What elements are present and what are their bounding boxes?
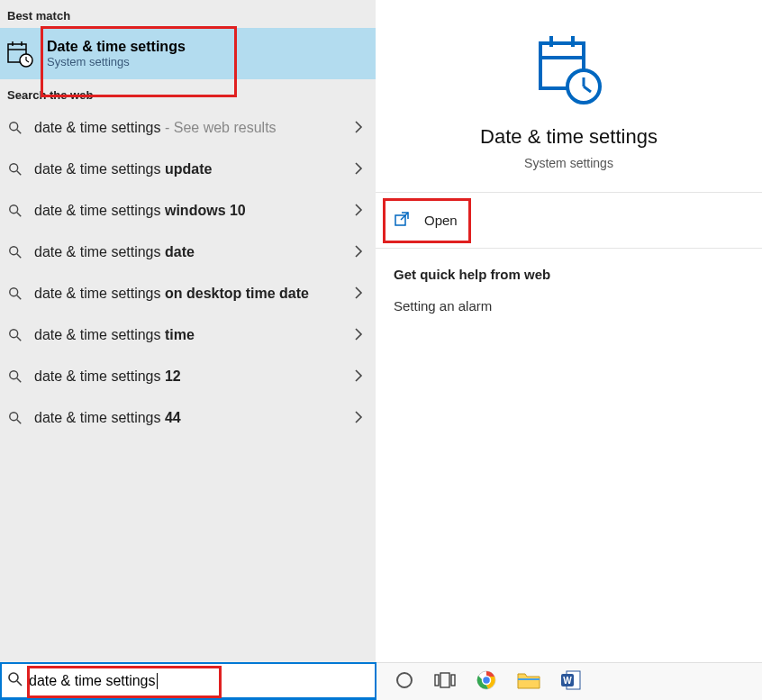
- highlight-box: [41, 26, 237, 97]
- svg-point-34: [397, 673, 412, 687]
- search-icon: [5, 159, 25, 179]
- web-result-label: date & time settings on desktop time dat…: [34, 285, 354, 303]
- svg-rect-40: [518, 678, 540, 680]
- help-header: Get quick help from web: [394, 267, 744, 282]
- svg-line-18: [17, 337, 21, 341]
- chevron-right-icon: [354, 161, 363, 178]
- web-results-list: date & time settings - See web resultsda…: [0, 107, 376, 439]
- calendar-clock-icon: [394, 32, 744, 111]
- svg-line-8: [17, 130, 21, 133]
- highlight-box: [383, 198, 471, 243]
- web-result-label: date & time settings windows 10: [34, 202, 354, 220]
- svg-point-19: [10, 371, 18, 379]
- web-result-item[interactable]: date & time settings on desktop time dat…: [0, 273, 376, 314]
- svg-point-32: [9, 673, 18, 682]
- chevron-right-icon: [354, 410, 363, 427]
- svg-line-12: [17, 213, 21, 216]
- web-result-label: date & time settings update: [34, 160, 354, 178]
- preview-title: Date & time settings: [394, 125, 744, 149]
- svg-line-33: [17, 681, 22, 686]
- svg-rect-37: [451, 675, 455, 686]
- svg-point-39: [483, 677, 491, 685]
- search-icon: [5, 201, 25, 221]
- svg-line-20: [17, 378, 21, 382]
- chevron-right-icon: [354, 120, 363, 137]
- web-result-item[interactable]: date & time settings time: [0, 314, 376, 356]
- highlight-box: [27, 666, 222, 698]
- svg-line-16: [17, 295, 21, 299]
- chevron-right-icon: [354, 203, 363, 220]
- web-result-item[interactable]: date & time settings update: [0, 149, 376, 190]
- svg-line-10: [17, 171, 21, 175]
- svg-point-21: [10, 413, 18, 421]
- best-match-header: Best match: [0, 0, 376, 28]
- file-explorer-icon[interactable]: [517, 670, 540, 693]
- web-result-item[interactable]: date & time settings 12: [0, 356, 376, 397]
- taskbar: date & time settings W: [0, 662, 762, 700]
- svg-rect-36: [440, 673, 449, 687]
- open-action[interactable]: Open: [376, 193, 762, 249]
- web-result-label: date & time settings time: [34, 326, 354, 344]
- task-view-icon[interactable]: [434, 670, 456, 693]
- chevron-right-icon: [354, 286, 363, 303]
- search-icon: [5, 118, 25, 138]
- web-result-label: date & time settings 44: [34, 409, 354, 427]
- web-result-label: date & time settings 12: [34, 368, 354, 386]
- svg-point-15: [10, 288, 18, 296]
- search-icon: [5, 284, 25, 304]
- svg-point-11: [10, 205, 18, 214]
- search-icon: [5, 325, 25, 345]
- calendar-clock-icon: [4, 38, 36, 70]
- help-link[interactable]: Setting an alarm: [394, 298, 744, 314]
- svg-point-9: [10, 164, 18, 172]
- search-icon: [5, 367, 25, 386]
- search-icon: [7, 671, 23, 690]
- svg-rect-35: [435, 675, 439, 686]
- chrome-icon[interactable]: [476, 669, 497, 694]
- search-icon: [5, 242, 25, 262]
- svg-point-13: [10, 247, 18, 255]
- svg-point-17: [10, 330, 18, 338]
- svg-line-22: [17, 420, 21, 423]
- web-result-item[interactable]: date & time settings - See web results: [0, 107, 376, 149]
- chevron-right-icon: [354, 244, 363, 261]
- cortana-icon[interactable]: [395, 670, 414, 693]
- word-icon[interactable]: W: [560, 669, 582, 694]
- preview-pane: Date & time settings System settings Ope…: [376, 0, 762, 662]
- search-input[interactable]: date & time settings: [0, 662, 376, 700]
- search-icon: [5, 408, 25, 428]
- search-results-pane: Best match Date & time settings System s…: [0, 0, 376, 662]
- web-result-label: date & time settings - See web results: [34, 119, 354, 137]
- chevron-right-icon: [354, 368, 363, 386]
- best-match-result[interactable]: Date & time settings System settings: [0, 28, 376, 79]
- web-result-item[interactable]: date & time settings date: [0, 232, 376, 273]
- chevron-right-icon: [354, 327, 363, 344]
- preview-subtitle: System settings: [394, 156, 744, 170]
- svg-text:W: W: [563, 676, 572, 686]
- web-result-item[interactable]: date & time settings windows 10: [0, 190, 376, 232]
- svg-line-14: [17, 254, 21, 258]
- web-result-item[interactable]: date & time settings 44: [0, 397, 376, 439]
- web-result-label: date & time settings date: [34, 243, 354, 261]
- svg-point-7: [10, 123, 18, 131]
